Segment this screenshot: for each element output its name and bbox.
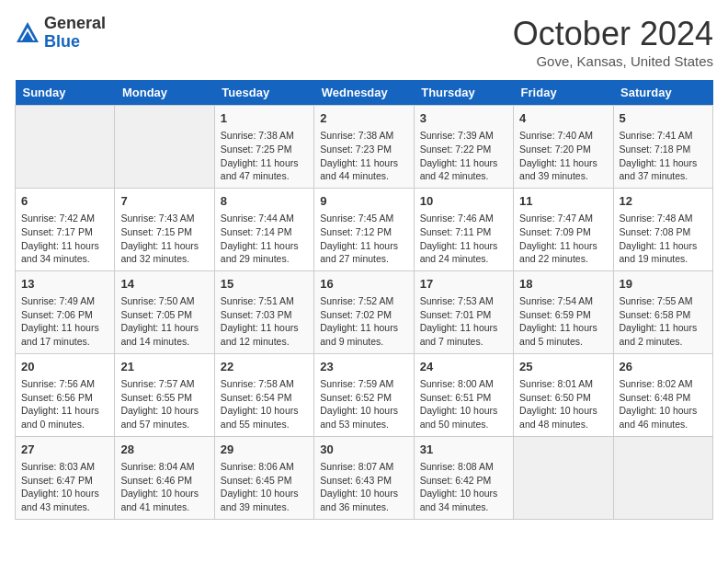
calendar-cell: 22Sunrise: 7:58 AM Sunset: 6:54 PM Dayli… [214, 353, 313, 436]
page-header: General Blue October 2024 Gove, Kansas, … [15, 15, 713, 69]
calendar-cell [115, 106, 214, 189]
calendar-cell: 2Sunrise: 7:38 AM Sunset: 7:23 PM Daylig… [314, 106, 414, 189]
calendar-week-3: 20Sunrise: 7:56 AM Sunset: 6:56 PM Dayli… [16, 353, 713, 436]
day-number: 21 [120, 359, 208, 375]
day-number: 24 [420, 359, 507, 375]
calendar-cell: 15Sunrise: 7:51 AM Sunset: 7:03 PM Dayli… [214, 270, 313, 353]
calendar-cell: 27Sunrise: 8:03 AM Sunset: 6:47 PM Dayli… [16, 436, 115, 519]
day-info: Sunrise: 7:52 AM Sunset: 7:02 PM Dayligh… [320, 294, 407, 349]
day-info: Sunrise: 8:07 AM Sunset: 6:43 PM Dayligh… [320, 460, 407, 514]
day-info: Sunrise: 7:59 AM Sunset: 6:52 PM Dayligh… [320, 377, 407, 431]
header-row: SundayMondayTuesdayWednesdayThursdayFrid… [16, 80, 713, 106]
calendar-cell [514, 436, 613, 519]
day-number: 12 [620, 193, 707, 210]
calendar-cell: 5Sunrise: 7:41 AM Sunset: 7:18 PM Daylig… [613, 106, 712, 189]
day-number: 7 [120, 193, 208, 210]
day-info: Sunrise: 7:44 AM Sunset: 7:14 PM Dayligh… [221, 212, 308, 266]
day-info: Sunrise: 7:47 AM Sunset: 7:09 PM Dayligh… [519, 212, 607, 266]
calendar-cell: 29Sunrise: 8:06 AM Sunset: 6:45 PM Dayli… [214, 436, 313, 519]
calendar-cell: 4Sunrise: 7:40 AM Sunset: 7:20 PM Daylig… [514, 106, 613, 189]
day-number: 15 [221, 276, 308, 293]
day-number: 16 [320, 276, 407, 293]
day-info: Sunrise: 8:02 AM Sunset: 6:48 PM Dayligh… [620, 377, 707, 431]
logo: General Blue [15, 15, 106, 52]
day-info: Sunrise: 8:08 AM Sunset: 6:42 PM Dayligh… [420, 460, 507, 514]
calendar-cell: 13Sunrise: 7:49 AM Sunset: 7:06 PM Dayli… [16, 270, 115, 353]
calendar-cell: 10Sunrise: 7:46 AM Sunset: 7:11 PM Dayli… [414, 188, 513, 270]
day-number: 25 [519, 359, 607, 375]
header-cell-wednesday: Wednesday [314, 80, 414, 106]
calendar-cell: 1Sunrise: 7:38 AM Sunset: 7:25 PM Daylig… [214, 106, 313, 189]
day-info: Sunrise: 7:56 AM Sunset: 6:56 PM Dayligh… [21, 377, 108, 431]
day-number: 27 [21, 442, 108, 458]
calendar-week-1: 6Sunrise: 7:42 AM Sunset: 7:17 PM Daylig… [16, 188, 713, 270]
calendar-week-4: 27Sunrise: 8:03 AM Sunset: 6:47 PM Dayli… [16, 436, 713, 519]
calendar-cell: 28Sunrise: 8:04 AM Sunset: 6:46 PM Dayli… [115, 436, 214, 519]
location: Gove, Kansas, United States [513, 53, 713, 69]
day-number: 14 [120, 276, 208, 293]
calendar-cell [16, 106, 115, 189]
calendar-table: SundayMondayTuesdayWednesdayThursdayFrid… [15, 80, 713, 520]
day-info: Sunrise: 7:43 AM Sunset: 7:15 PM Dayligh… [120, 212, 208, 266]
calendar-cell: 21Sunrise: 7:57 AM Sunset: 6:55 PM Dayli… [115, 353, 214, 436]
day-info: Sunrise: 7:55 AM Sunset: 6:58 PM Dayligh… [620, 294, 707, 349]
day-info: Sunrise: 7:39 AM Sunset: 7:22 PM Dayligh… [420, 129, 507, 183]
header-cell-thursday: Thursday [414, 80, 513, 106]
calendar-cell: 26Sunrise: 8:02 AM Sunset: 6:48 PM Dayli… [613, 353, 712, 436]
calendar-cell: 9Sunrise: 7:45 AM Sunset: 7:12 PM Daylig… [314, 188, 414, 270]
day-info: Sunrise: 7:54 AM Sunset: 6:59 PM Dayligh… [519, 294, 607, 349]
day-number: 8 [221, 193, 308, 210]
day-number: 3 [420, 110, 507, 127]
header-cell-saturday: Saturday [613, 80, 712, 106]
day-info: Sunrise: 7:58 AM Sunset: 6:54 PM Dayligh… [221, 377, 308, 431]
day-info: Sunrise: 7:50 AM Sunset: 7:05 PM Dayligh… [120, 294, 208, 349]
calendar-cell: 24Sunrise: 8:00 AM Sunset: 6:51 PM Dayli… [414, 353, 513, 436]
calendar-cell: 19Sunrise: 7:55 AM Sunset: 6:58 PM Dayli… [613, 270, 712, 353]
header-cell-friday: Friday [514, 80, 613, 106]
day-number: 30 [320, 442, 407, 458]
calendar-cell: 8Sunrise: 7:44 AM Sunset: 7:14 PM Daylig… [214, 188, 313, 270]
day-number: 31 [420, 442, 507, 458]
day-info: Sunrise: 7:38 AM Sunset: 7:25 PM Dayligh… [221, 129, 308, 183]
header-cell-monday: Monday [115, 80, 214, 106]
day-number: 4 [519, 110, 607, 127]
day-info: Sunrise: 8:03 AM Sunset: 6:47 PM Dayligh… [21, 460, 108, 514]
calendar-cell: 12Sunrise: 7:48 AM Sunset: 7:08 PM Dayli… [613, 188, 712, 270]
day-number: 22 [221, 359, 308, 375]
day-info: Sunrise: 8:00 AM Sunset: 6:51 PM Dayligh… [420, 377, 507, 431]
header-cell-sunday: Sunday [16, 80, 115, 106]
day-number: 5 [620, 110, 707, 127]
day-info: Sunrise: 8:01 AM Sunset: 6:50 PM Dayligh… [519, 377, 607, 431]
day-info: Sunrise: 7:38 AM Sunset: 7:23 PM Dayligh… [320, 129, 407, 183]
header-cell-tuesday: Tuesday [214, 80, 313, 106]
calendar-body: 1Sunrise: 7:38 AM Sunset: 7:25 PM Daylig… [16, 106, 713, 520]
logo-icon [15, 20, 40, 46]
day-info: Sunrise: 7:40 AM Sunset: 7:20 PM Dayligh… [519, 129, 607, 183]
day-info: Sunrise: 7:57 AM Sunset: 6:55 PM Dayligh… [120, 377, 208, 431]
day-number: 6 [21, 193, 108, 210]
calendar-cell: 17Sunrise: 7:53 AM Sunset: 7:01 PM Dayli… [414, 270, 513, 353]
calendar-cell: 30Sunrise: 8:07 AM Sunset: 6:43 PM Dayli… [314, 436, 414, 519]
calendar-cell [613, 436, 712, 519]
day-number: 18 [519, 276, 607, 293]
calendar-week-0: 1Sunrise: 7:38 AM Sunset: 7:25 PM Daylig… [16, 106, 713, 189]
calendar-cell: 16Sunrise: 7:52 AM Sunset: 7:02 PM Dayli… [314, 270, 414, 353]
title-block: October 2024 Gove, Kansas, United States [513, 15, 713, 69]
day-info: Sunrise: 7:51 AM Sunset: 7:03 PM Dayligh… [221, 294, 308, 349]
calendar-cell: 25Sunrise: 8:01 AM Sunset: 6:50 PM Dayli… [514, 353, 613, 436]
day-number: 1 [221, 110, 308, 127]
day-info: Sunrise: 8:06 AM Sunset: 6:45 PM Dayligh… [221, 460, 308, 514]
day-info: Sunrise: 7:48 AM Sunset: 7:08 PM Dayligh… [620, 212, 707, 266]
day-info: Sunrise: 7:41 AM Sunset: 7:18 PM Dayligh… [620, 129, 707, 183]
calendar-cell: 23Sunrise: 7:59 AM Sunset: 6:52 PM Dayli… [314, 353, 414, 436]
day-number: 2 [320, 110, 407, 127]
day-number: 13 [21, 276, 108, 293]
calendar-cell: 20Sunrise: 7:56 AM Sunset: 6:56 PM Dayli… [16, 353, 115, 436]
calendar-header: SundayMondayTuesdayWednesdayThursdayFrid… [16, 80, 713, 106]
day-number: 19 [620, 276, 707, 293]
calendar-cell: 31Sunrise: 8:08 AM Sunset: 6:42 PM Dayli… [414, 436, 513, 519]
day-number: 29 [221, 442, 308, 458]
logo-blue: Blue [44, 32, 80, 51]
calendar-week-2: 13Sunrise: 7:49 AM Sunset: 7:06 PM Dayli… [16, 270, 713, 353]
calendar-cell: 11Sunrise: 7:47 AM Sunset: 7:09 PM Dayli… [514, 188, 613, 270]
